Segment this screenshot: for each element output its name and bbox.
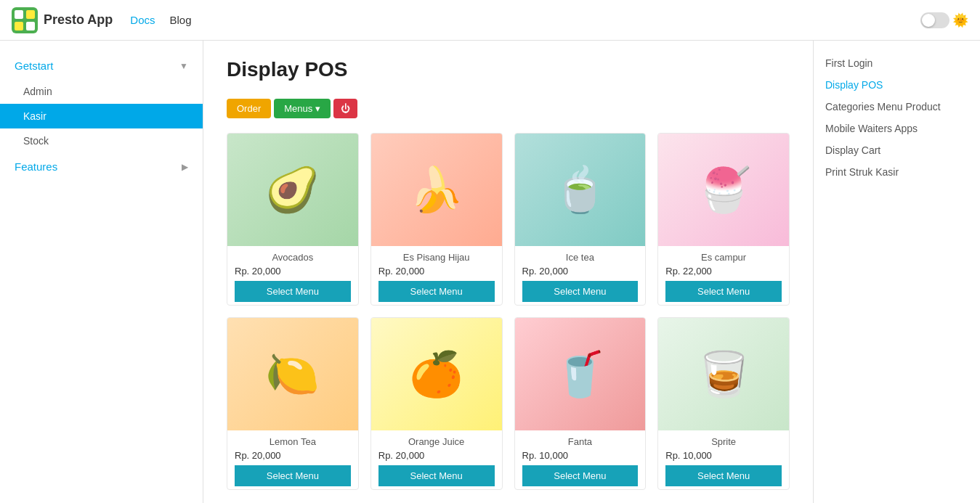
layout: Getstart ▼ Admin Kasir Stock Features ▶ … [0,41,980,503]
header-nav: Docs Blog [130,14,191,26]
right-nav-item-categories-menu-product[interactable]: Categories Menu Product [814,96,980,118]
sidebar-item-stock[interactable]: Stock [0,128,203,153]
product-card: 🥃 Sprite Rp. 10,000 Select Menu [657,317,790,490]
product-card: 🍌 Es Pisang Hijau Rp. 20,000 Select Menu [370,133,503,306]
product-price: Rp. 20,000 [522,266,639,277]
product-info: Orange Juice Rp. 20,000 Select Menu [371,430,502,489]
right-nav-item-mobile-waiters-apps[interactable]: Mobile Waiters Apps [814,118,980,139]
product-image: 🍋 [227,318,358,430]
right-nav-item-first-login[interactable]: First Login [814,52,980,74]
product-card: 🍧 Es campur Rp. 22,000 Select Menu [657,133,790,306]
main-content: Display POS Order Menus ▾ ⏻ 🥑 Avocados R… [203,41,813,503]
product-card: 🥤 Fanta Rp. 10,000 Select Menu [514,317,647,490]
product-price: Rp. 22,000 [665,266,782,277]
svg-rect-4 [26,22,35,30]
order-button[interactable]: Order [227,99,271,118]
toggle-track[interactable] [920,12,949,28]
product-name: Es Pisang Hijau [378,252,495,263]
sidebar-item-admin-label: Admin [23,86,52,97]
product-name: Avocados [235,252,351,263]
sidebar-group-features[interactable]: Features ▶ [0,153,203,180]
select-menu-button[interactable]: Select Menu [378,281,495,302]
product-name: Fanta [522,436,639,447]
logo[interactable]: Presto App [12,7,113,33]
menus-button[interactable]: Menus ▾ [274,99,331,118]
select-menu-button[interactable]: Select Menu [378,465,495,486]
product-card: 🍵 Ice tea Rp. 20,000 Select Menu [514,133,647,306]
product-image: 🥑 [227,134,358,246]
product-image: 🍊 [371,318,502,430]
product-name: Ice tea [522,252,639,263]
sidebar-item-stock-label: Stock [23,135,49,147]
toggle-thumb [922,14,935,27]
select-menu-button[interactable]: Select Menu [522,281,639,302]
sidebar-group-getstart[interactable]: Getstart ▼ [0,52,203,79]
product-image: 🍵 [515,134,646,246]
product-grid: 🥑 Avocados Rp. 20,000 Select Menu 🍌 Es P… [227,133,790,490]
product-price: Rp. 20,000 [235,450,351,461]
product-image: 🍧 [658,134,789,246]
chevron-right-icon: ▶ [182,162,188,172]
page-title: Display POS [227,58,790,81]
product-info: Sprite Rp. 10,000 Select Menu [658,430,789,489]
product-name: Es campur [665,252,782,263]
pos-toolbar: Order Menus ▾ ⏻ [227,99,790,118]
theme-toggle[interactable]: 🌞 [920,12,968,28]
product-info: Lemon Tea Rp. 20,000 Select Menu [227,430,358,489]
sidebar-item-kasir-label: Kasir [23,110,46,122]
select-menu-button[interactable]: Select Menu [235,281,351,302]
product-info: Fanta Rp. 10,000 Select Menu [515,430,646,489]
product-name: Orange Juice [378,436,495,447]
nav-blog[interactable]: Blog [170,14,192,26]
select-menu-button[interactable]: Select Menu [665,465,782,486]
product-name: Sprite [665,436,782,447]
select-menu-button[interactable]: Select Menu [665,281,782,302]
product-image: 🥤 [515,318,646,430]
sidebar: Getstart ▼ Admin Kasir Stock Features ▶ [0,41,203,503]
svg-rect-3 [15,22,23,30]
select-menu-button[interactable]: Select Menu [235,465,351,486]
chevron-down-icon: ▼ [179,61,188,71]
product-image: 🍌 [371,134,502,246]
product-price: Rp. 10,000 [522,450,639,461]
product-price: Rp. 20,000 [378,266,495,277]
sidebar-group-getstart-label: Getstart [15,60,53,72]
power-icon: ⏻ [341,103,350,114]
product-info: Es campur Rp. 22,000 Select Menu [658,246,789,305]
product-card: 🥑 Avocados Rp. 20,000 Select Menu [227,133,359,306]
right-nav: First LoginDisplay POSCategories Menu Pr… [813,41,980,503]
svg-rect-1 [15,10,23,19]
power-button[interactable]: ⏻ [333,99,357,118]
sidebar-item-kasir[interactable]: Kasir [0,104,203,128]
product-info: Ice tea Rp. 20,000 Select Menu [515,246,646,305]
product-card: 🍋 Lemon Tea Rp. 20,000 Select Menu [227,317,359,490]
select-menu-button[interactable]: Select Menu [522,465,639,486]
product-price: Rp. 10,000 [665,450,782,461]
right-nav-item-print-struk-kasir[interactable]: Print Struk Kasir [814,161,980,183]
sidebar-item-admin[interactable]: Admin [0,79,203,104]
header: Presto App Docs Blog 🌞 [0,0,980,41]
product-info: Es Pisang Hijau Rp. 20,000 Select Menu [371,246,502,305]
sun-icon: 🌞 [952,12,968,28]
product-info: Avocados Rp. 20,000 Select Menu [227,246,358,305]
svg-rect-2 [26,10,35,19]
sidebar-section-getstart: Getstart ▼ Admin Kasir Stock [0,52,203,153]
right-nav-item-display-cart[interactable]: Display Cart [814,139,980,161]
sidebar-group-features-label: Features [15,160,57,173]
nav-docs[interactable]: Docs [130,14,155,26]
app-name: Presto App [44,12,113,28]
product-price: Rp. 20,000 [378,450,495,461]
logo-icon [12,7,38,33]
right-nav-item-display-pos[interactable]: Display POS [814,74,980,96]
product-name: Lemon Tea [235,436,351,447]
sidebar-section-features: Features ▶ [0,153,203,180]
product-price: Rp. 20,000 [235,266,351,277]
product-card: 🍊 Orange Juice Rp. 20,000 Select Menu [370,317,503,490]
product-image: 🥃 [658,318,789,430]
